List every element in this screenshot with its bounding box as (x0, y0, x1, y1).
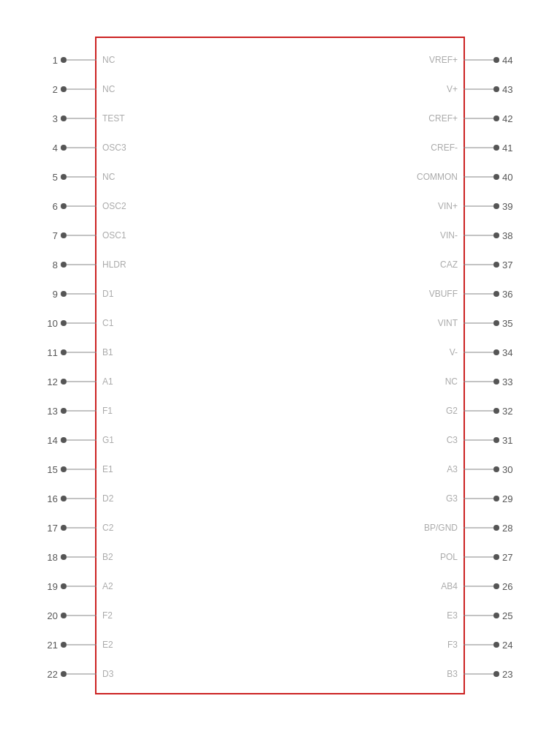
pin-line-left-3 (67, 118, 97, 119)
pin-number-left-3: 3 (42, 113, 58, 124)
pin-line-left-10 (67, 323, 97, 324)
pin-dot-right-25 (493, 613, 499, 618)
pin-number-left-11: 11 (42, 347, 58, 358)
pin-dot-left-16 (61, 496, 67, 501)
pin-label-left-20: F2 (102, 610, 113, 621)
pin-dot-right-29 (493, 496, 499, 501)
pin-dot-right-31 (493, 437, 499, 443)
pin-line-left-17 (67, 528, 97, 529)
pin-line-right-36 (463, 294, 493, 295)
pin-dot-left-4 (61, 145, 67, 151)
pin-label-left-13: F1 (102, 406, 113, 416)
pin-line-left-12 (67, 382, 97, 382)
pin-line-left-18 (67, 557, 97, 558)
pin-line-left-19 (67, 586, 97, 587)
pin-number-left-13: 13 (42, 406, 58, 417)
pin-label-left-15: E1 (102, 464, 113, 474)
pin-label-right-24: F3 (447, 640, 458, 650)
pin-dot-left-5 (61, 174, 67, 180)
pin-number-right-35: 35 (502, 318, 518, 329)
pin-label-right-44: VREF+ (429, 55, 458, 65)
pin-label-left-2: NC (102, 84, 115, 94)
pin-line-right-27 (463, 557, 493, 558)
pin-line-left-22 (67, 674, 97, 675)
pin-number-left-19: 19 (42, 581, 58, 592)
pin-dot-right-43 (493, 86, 499, 92)
pin-number-right-37: 37 (502, 260, 518, 270)
pin-label-left-11: B1 (102, 347, 113, 357)
pin-number-right-42: 42 (502, 113, 518, 124)
pin-number-left-16: 16 (42, 493, 58, 504)
pin-label-right-42: CREF+ (428, 113, 458, 124)
pin-label-right-25: E3 (447, 610, 458, 621)
pin-number-left-12: 12 (42, 376, 58, 387)
pin-dot-left-10 (61, 320, 67, 326)
pin-label-right-28: BP/GND (424, 523, 458, 533)
pin-number-right-30: 30 (502, 464, 518, 475)
pin-label-right-30: A3 (447, 464, 458, 474)
pin-number-left-20: 20 (42, 610, 58, 621)
pin-dot-right-34 (493, 349, 499, 355)
pin-number-right-32: 32 (502, 406, 518, 417)
pin-label-right-26: AB4 (441, 581, 458, 591)
pin-line-left-20 (67, 616, 97, 616)
pin-number-left-8: 8 (42, 260, 58, 270)
pin-number-right-38: 38 (502, 230, 518, 241)
pin-number-right-26: 26 (502, 581, 518, 592)
pin-line-left-1 (67, 60, 97, 61)
pin-label-right-23: B3 (447, 669, 458, 679)
pin-label-left-19: A2 (102, 581, 113, 591)
pin-dot-right-40 (493, 174, 499, 180)
pin-label-right-38: VIN- (440, 230, 458, 240)
pin-label-left-7: OSC1 (102, 230, 126, 240)
pin-dot-right-35 (493, 320, 499, 326)
pin-label-right-41: CREF- (431, 143, 458, 153)
pin-line-left-7 (67, 235, 97, 236)
pin-label-right-37: CAZ (440, 260, 458, 270)
pin-number-left-22: 22 (42, 669, 58, 680)
pin-number-left-4: 4 (42, 143, 58, 154)
pin-number-right-27: 27 (502, 552, 518, 563)
pin-label-left-4: OSC3 (102, 143, 126, 153)
pin-dot-right-44 (493, 57, 499, 63)
pin-number-right-39: 39 (502, 201, 518, 212)
pin-line-left-6 (67, 206, 97, 207)
pin-line-right-26 (463, 586, 493, 587)
pin-label-right-36: VBUFF (429, 289, 458, 299)
pin-line-right-28 (463, 528, 493, 529)
pin-line-right-39 (463, 206, 493, 207)
pin-line-right-34 (463, 352, 493, 353)
pin-line-right-30 (463, 469, 493, 470)
pin-number-right-44: 44 (502, 55, 518, 66)
pin-number-right-24: 24 (502, 640, 518, 651)
pin-line-right-44 (463, 60, 493, 61)
pin-dot-right-37 (493, 262, 499, 268)
pin-number-left-6: 6 (42, 201, 58, 212)
pin-label-left-8: HLDR (102, 260, 126, 270)
pin-dot-left-7 (61, 232, 67, 238)
pin-label-left-5: NC (102, 172, 115, 182)
pin-number-right-23: 23 (502, 669, 518, 680)
pin-label-right-31: C3 (447, 435, 458, 445)
pin-number-right-43: 43 (502, 84, 518, 95)
pin-label-left-9: D1 (102, 289, 113, 299)
pin-dot-right-41 (493, 145, 499, 151)
pin-line-right-38 (463, 235, 493, 236)
pin-number-left-5: 5 (42, 172, 58, 183)
pin-number-left-1: 1 (42, 55, 58, 66)
pin-dot-left-20 (61, 613, 67, 618)
pin-dot-left-12 (61, 379, 67, 385)
pin-label-left-10: C1 (102, 318, 113, 328)
pin-label-right-40: COMMON (417, 172, 458, 182)
pin-dot-left-9 (61, 291, 67, 297)
pin-line-right-41 (463, 148, 493, 148)
pin-line-right-33 (463, 382, 493, 382)
pin-label-right-35: VINT (438, 318, 458, 328)
pin-dot-left-11 (61, 349, 67, 355)
pin-label-left-12: A1 (102, 376, 113, 387)
pin-label-left-6: OSC2 (102, 201, 126, 211)
pin-dot-right-27 (493, 554, 499, 560)
pin-dot-left-19 (61, 583, 67, 589)
pin-number-right-33: 33 (502, 376, 518, 387)
pin-dot-right-42 (493, 115, 499, 121)
